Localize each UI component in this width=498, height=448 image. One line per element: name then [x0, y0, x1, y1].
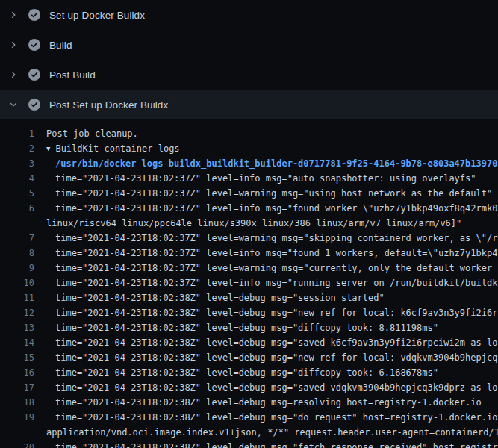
- log-line: 5 ▼time="2021-04-23T18:02:37Z" level=war…: [0, 186, 498, 201]
- log-line: 15 ▼time="2021-04-23T18:02:38Z" level=de…: [0, 350, 498, 365]
- log-line-text: ▼linux/riscv64 linux/ppc64le linux/s390x…: [34, 216, 498, 231]
- log-line-text: ▼time="2021-04-23T18:02:38Z" level=debug…: [34, 365, 498, 380]
- log-line: 7 ▼time="2021-04-23T18:02:37Z" level=war…: [0, 231, 498, 246]
- step-success-check-icon: [28, 39, 40, 51]
- log-line-number[interactable]: 8: [0, 246, 34, 261]
- log-line-number[interactable]: 12: [0, 305, 34, 320]
- log-line-number[interactable]: 20: [0, 440, 34, 448]
- chevron-down-icon: [9, 100, 18, 109]
- log-line-text[interactable]: ▼BuildKit container logs: [34, 141, 498, 156]
- log-line-text: ▼time="2021-04-23T18:02:38Z" level=debug…: [34, 350, 498, 365]
- log-line: 10 ▼time="2021-04-23T18:02:37Z" level=in…: [0, 276, 498, 290]
- log-line: 6 ▼time="2021-04-23T18:02:37Z" level=inf…: [0, 201, 498, 216]
- log-line: 14 ▼time="2021-04-23T18:02:38Z" level=de…: [0, 335, 498, 350]
- log-line: 16 ▼time="2021-04-23T18:02:38Z" level=de…: [0, 365, 498, 380]
- log-line-number[interactable]: 7: [0, 231, 34, 246]
- log-line-text: ▼time="2021-04-23T18:02:37Z" level=warni…: [34, 231, 498, 246]
- log-container: 1 ▼Post job cleanup. 2 ▼BuildKit contain…: [0, 119, 498, 448]
- log-line-text: ▼time="2021-04-23T18:02:38Z" level=debug…: [34, 440, 498, 448]
- log-line-text: ▼Post job cleanup.: [34, 126, 498, 141]
- log-line-number[interactable]: 17: [0, 380, 34, 395]
- log-line-number[interactable]: 5: [0, 186, 34, 201]
- log-line: 18 ▼time="2021-04-23T18:02:38Z" level=de…: [0, 395, 498, 410]
- log-line-number[interactable]: 6: [0, 201, 34, 216]
- step-label: Post Set up Docker Buildx: [49, 99, 168, 111]
- log-line-number[interactable]: 11: [0, 290, 34, 305]
- step-row-set-up-docker-buildx[interactable]: Set up Docker Buildx: [0, 0, 498, 30]
- log-line-number[interactable]: 19: [0, 410, 34, 425]
- step-label: Post Build: [49, 69, 96, 81]
- steps-list: Set up Docker Buildx Build Post Build: [0, 0, 498, 119]
- chevron-right-icon: [9, 40, 18, 49]
- log-line-number[interactable]: 10: [0, 276, 34, 290]
- log-line-continuation: ▼application/vnd.oci.image.index.v1+json…: [0, 425, 498, 440]
- log-line-number[interactable]: 18: [0, 395, 34, 410]
- log-line-text: ▼time="2021-04-23T18:02:37Z" level=warni…: [34, 186, 498, 201]
- log-line: 8 ▼time="2021-04-23T18:02:37Z" level=inf…: [0, 246, 498, 261]
- log-line-text: ▼time="2021-04-23T18:02:38Z" level=debug…: [34, 305, 498, 320]
- log-line: 1 ▼Post job cleanup.: [0, 126, 498, 141]
- log-line-text: ▼application/vnd.oci.image.index.v1+json…: [34, 425, 498, 440]
- log-line: 13 ▼time="2021-04-23T18:02:38Z" level=de…: [0, 320, 498, 335]
- log-line-text: ▼time="2021-04-23T18:02:37Z" level=info …: [34, 171, 498, 186]
- log-line-continuation: ▼linux/riscv64 linux/ppc64le linux/s390x…: [0, 216, 498, 231]
- log-line-number[interactable]: 4: [0, 171, 34, 186]
- step-row-build[interactable]: Build: [0, 30, 498, 60]
- log-line-text: ▼time="2021-04-23T18:02:37Z" level=info …: [34, 201, 498, 216]
- log-line-number: [0, 216, 34, 231]
- log-line: 20 ▼time="2021-04-23T18:02:38Z" level=de…: [0, 440, 498, 448]
- chevron-right-icon: [9, 70, 18, 79]
- log-line-text: ▼time="2021-04-23T18:02:37Z" level=info …: [34, 276, 498, 290]
- log-line: 4 ▼time="2021-04-23T18:02:37Z" level=inf…: [0, 171, 498, 186]
- log-line-text: ▼time="2021-04-23T18:02:38Z" level=debug…: [34, 320, 498, 335]
- log-line-number[interactable]: 9: [0, 261, 34, 276]
- log-line-number[interactable]: 1: [0, 126, 34, 141]
- log-line-text: ▼time="2021-04-23T18:02:38Z" level=debug…: [34, 335, 498, 350]
- log-line-number[interactable]: 16: [0, 365, 34, 380]
- log-line: 2 ▼BuildKit container logs: [0, 141, 498, 156]
- log-line-text: ▼time="2021-04-23T18:02:38Z" level=debug…: [34, 395, 498, 410]
- log-line: 9 ▼time="2021-04-23T18:02:37Z" level=war…: [0, 261, 498, 276]
- step-success-check-icon: [28, 9, 40, 21]
- log-line-text: ▼time="2021-04-23T18:02:38Z" level=debug…: [34, 410, 498, 425]
- log-line-number[interactable]: 13: [0, 320, 34, 335]
- step-row-post-set-up-docker-buildx[interactable]: Post Set up Docker Buildx: [0, 90, 498, 119]
- log-line-text: ▼/usr/bin/docker logs buildx_buildkit_bu…: [34, 156, 498, 171]
- log-line-number[interactable]: 3: [0, 156, 34, 171]
- log-line-number[interactable]: 14: [0, 335, 34, 350]
- step-label: Set up Docker Buildx: [49, 10, 145, 21]
- chevron-right-icon: [9, 10, 18, 19]
- step-label: Build: [49, 40, 72, 51]
- log-line-number[interactable]: 15: [0, 350, 34, 365]
- log-line-number[interactable]: 2: [0, 141, 34, 156]
- step-success-check-icon: [28, 99, 40, 111]
- log-line-text: ▼time="2021-04-23T18:02:37Z" level=warni…: [34, 261, 498, 276]
- log-line: 11 ▼time="2021-04-23T18:02:38Z" level=de…: [0, 290, 498, 305]
- log-line: 3 ▼/usr/bin/docker logs buildx_buildkit_…: [0, 156, 498, 171]
- group-collapse-triangle-icon: ▼: [46, 145, 50, 152]
- log-line-text: ▼time="2021-04-23T18:02:38Z" level=debug…: [34, 290, 498, 305]
- log-line: 17 ▼time="2021-04-23T18:02:38Z" level=de…: [0, 380, 498, 395]
- log-line-text: ▼time="2021-04-23T18:02:38Z" level=debug…: [34, 380, 498, 395]
- step-row-post-build[interactable]: Post Build: [0, 60, 498, 90]
- log-line-number: [0, 425, 34, 440]
- log-line-text: ▼time="2021-04-23T18:02:37Z" level=info …: [34, 246, 498, 261]
- log-line: 12 ▼time="2021-04-23T18:02:38Z" level=de…: [0, 305, 498, 320]
- step-success-check-icon: [28, 69, 40, 81]
- log-line: 19 ▼time="2021-04-23T18:02:38Z" level=de…: [0, 410, 498, 425]
